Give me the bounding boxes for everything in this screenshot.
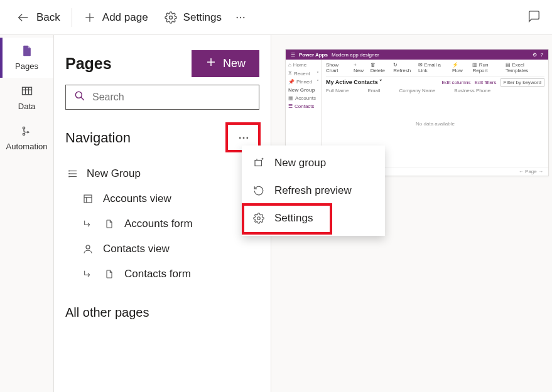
page-icon xyxy=(103,219,116,229)
menu-settings-label: Settings xyxy=(274,212,313,225)
group-icon xyxy=(67,168,79,179)
preview-app-name: Modern app designer xyxy=(332,52,379,58)
nav-item-contacts-view[interactable]: Contacts view xyxy=(54,236,271,262)
menu-new-group-label: New group xyxy=(274,157,326,169)
svg-point-23 xyxy=(69,171,70,171)
refresh-icon xyxy=(253,185,266,196)
nav-item-accounts-form[interactable]: Accounts form xyxy=(54,211,271,236)
new-button[interactable]: New xyxy=(192,50,259,77)
svg-point-4 xyxy=(237,16,238,18)
svg-rect-26 xyxy=(84,195,92,203)
svg-point-15 xyxy=(75,92,82,98)
svg-point-3 xyxy=(169,16,172,19)
menu-new-group[interactable]: New group xyxy=(242,149,385,177)
svg-point-12 xyxy=(23,133,24,135)
person-icon xyxy=(82,243,94,255)
rail-data-label: Data xyxy=(18,102,35,111)
plus-icon xyxy=(84,11,96,24)
add-page-label: Add page xyxy=(102,11,148,24)
settings-label-top: Settings xyxy=(183,11,222,24)
preview-filter-box: Filter by keyword xyxy=(501,78,544,87)
cmd-new: New xyxy=(354,68,364,73)
preview-side-accounts: Accounts xyxy=(295,95,316,101)
separator xyxy=(72,8,72,27)
menu-settings[interactable]: Settings xyxy=(242,204,385,232)
nav-group-label: New Group xyxy=(87,167,141,180)
col-fullname: Full Name xyxy=(326,88,349,93)
nav-item-label: Contacts form xyxy=(124,268,191,280)
svg-point-5 xyxy=(240,16,241,18)
rail-pages[interactable]: Pages xyxy=(0,38,53,78)
navigation-heading: Navigation xyxy=(65,130,131,146)
nav-item-label: Accounts view xyxy=(103,193,171,205)
search-input-wrapper[interactable] xyxy=(65,85,259,110)
svg-point-17 xyxy=(239,137,241,139)
rail-automation-label: Automation xyxy=(6,142,48,151)
subpage-arrow-icon xyxy=(82,269,94,279)
svg-point-25 xyxy=(69,176,70,177)
preview-side-recent: Recent xyxy=(294,71,310,77)
gear-icon xyxy=(253,213,266,224)
cmd-email-link: Email a Link xyxy=(418,62,441,73)
svg-rect-7 xyxy=(22,87,31,95)
plus-icon xyxy=(205,56,217,71)
preview-brand: Power Apps xyxy=(299,52,328,58)
search-icon xyxy=(73,90,86,105)
cmd-show-chart: Show Chart xyxy=(326,62,350,73)
view-icon xyxy=(82,193,94,204)
subpage-arrow-icon xyxy=(82,219,94,229)
rail-data[interactable]: Data xyxy=(0,78,53,118)
preview-side-home: Home xyxy=(293,62,306,68)
context-menu: New group Refresh preview Settings xyxy=(242,146,385,236)
menu-refresh-label: Refresh preview xyxy=(274,184,352,197)
col-email: Email xyxy=(367,88,380,93)
nav-item-contacts-form[interactable]: Contacts form xyxy=(54,262,271,287)
svg-point-19 xyxy=(246,137,248,139)
nav-item-accounts-view[interactable]: Accounts view xyxy=(54,186,271,211)
new-label: New xyxy=(223,57,246,70)
svg-rect-30 xyxy=(255,161,262,166)
svg-line-16 xyxy=(81,97,84,100)
add-page-button[interactable]: Add page xyxy=(76,6,156,29)
page-icon xyxy=(103,269,116,279)
preview-footer-page: Page xyxy=(525,169,537,174)
preview-edit-columns: Edit columns xyxy=(442,80,471,85)
preview-side-pinned: Pinned xyxy=(296,79,312,85)
preview-side-contacts: Contacts xyxy=(295,103,315,109)
svg-point-18 xyxy=(243,137,245,139)
svg-point-29 xyxy=(86,245,90,249)
table-icon xyxy=(21,85,33,99)
panel-title: Pages xyxy=(65,55,112,73)
svg-point-11 xyxy=(23,127,24,129)
nav-item-label: Accounts form xyxy=(124,218,193,230)
cmd-flow: Flow xyxy=(452,68,463,73)
rail-automation[interactable]: Automation xyxy=(0,118,53,158)
page-icon xyxy=(21,45,33,59)
svg-point-24 xyxy=(69,174,70,174)
back-label: Back xyxy=(36,11,60,24)
rail-pages-label: Pages xyxy=(15,61,38,71)
all-other-pages-heading: All other pages xyxy=(54,290,271,335)
col-phone: Business Phone xyxy=(454,88,490,93)
arrow-left-icon xyxy=(16,11,30,24)
cmd-run-report: Run Report xyxy=(472,62,488,73)
cmd-excel-templates: Excel Templates xyxy=(506,62,528,73)
gear-icon: ⚙ xyxy=(533,52,537,58)
search-input[interactable] xyxy=(92,92,251,103)
nav-group[interactable]: New Group xyxy=(54,161,271,186)
topbar-more-button[interactable] xyxy=(230,8,251,28)
svg-point-6 xyxy=(243,16,244,18)
help-icon: ? xyxy=(541,52,543,58)
preview-view-title: My Active Contacts xyxy=(326,79,378,85)
new-group-icon xyxy=(253,157,266,169)
back-button[interactable]: Back xyxy=(9,6,68,29)
settings-button-top[interactable]: Settings xyxy=(157,6,229,29)
gear-icon xyxy=(165,11,177,24)
hamburger-icon: ☰ xyxy=(291,52,295,58)
comment-icon[interactable] xyxy=(527,9,541,26)
col-company: Company Name xyxy=(399,88,435,93)
nav-item-label: Contacts view xyxy=(103,243,170,255)
preview-edit-filters: Edit filters xyxy=(474,80,496,85)
flow-icon xyxy=(21,125,33,139)
menu-refresh-preview[interactable]: Refresh preview xyxy=(242,177,385,204)
